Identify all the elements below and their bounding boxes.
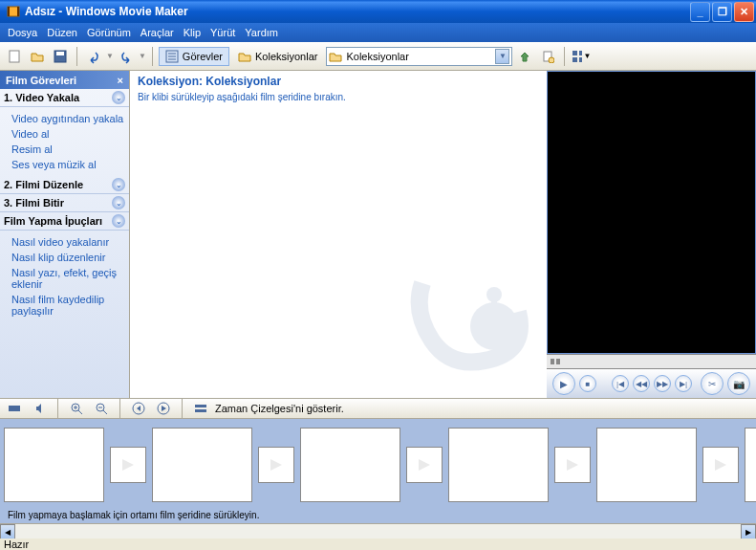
menu-gorunum[interactable]: Görünüm: [87, 27, 131, 38]
save-button[interactable]: [50, 46, 71, 67]
split-clip-button[interactable]: ✂: [701, 372, 724, 395]
narrate-button[interactable]: [29, 398, 50, 419]
storyboard-slot[interactable]: [152, 428, 252, 502]
timeline-toolbar: Zaman Çizelgesi'ni gösterir.: [0, 398, 756, 419]
main-area: Film Görevleri × 1. Video Yakala⌄ Video …: [0, 71, 756, 398]
tasks-close-icon[interactable]: ×: [118, 75, 123, 86]
next-button[interactable]: ▶|: [675, 375, 692, 392]
tips-links: Nasıl video yakalanır Nasıl klip düzenle…: [0, 231, 129, 322]
status-text: Hazır: [4, 539, 29, 550]
task-section-finish[interactable]: 3. Filmi Bitir⌄: [0, 194, 129, 212]
stop-button[interactable]: ■: [579, 375, 596, 392]
link-capture-device[interactable]: Video aygıtından yakala: [11, 111, 129, 126]
link-tip-capture[interactable]: Nasıl video yakalanır: [11, 234, 129, 250]
open-button[interactable]: [27, 46, 48, 67]
task-section-tips[interactable]: Film Yapma İpuçları⌄: [0, 212, 129, 231]
svg-line-27: [103, 410, 107, 414]
menu-duzen[interactable]: Düzen: [47, 27, 77, 38]
timeline-view-button[interactable]: [4, 398, 25, 419]
transition-slot[interactable]: [702, 447, 739, 483]
preview-splitter[interactable]: [547, 354, 756, 369]
collection-title: Koleksiyon: Koleksiyonlar: [130, 71, 547, 92]
task-section-edit[interactable]: 2. Filmi Düzenle⌄: [0, 176, 129, 194]
scroll-right-icon[interactable]: ▶: [741, 524, 756, 539]
svg-rect-13: [579, 51, 581, 55]
filmstrip-watermark-icon: [403, 254, 537, 388]
props-button[interactable]: [537, 46, 558, 67]
transition-slot[interactable]: [554, 447, 591, 483]
storyboard-slot[interactable]: [300, 428, 400, 502]
link-import-video[interactable]: Video al: [11, 126, 129, 142]
collection-dropdown[interactable]: Koleksiyonlar ▼: [326, 47, 512, 66]
storyboard[interactable]: [0, 419, 756, 510]
link-import-audio[interactable]: Ses veya müzik al: [11, 157, 129, 172]
menu-bar: Dosya Düzen Görünüm Araçlar Klip Yürüt Y…: [0, 23, 756, 42]
task-section-capture[interactable]: 1. Video Yakala⌄: [0, 89, 129, 107]
collections-toggle[interactable]: Koleksiyonlar: [231, 47, 324, 66]
play-button[interactable]: ▶: [552, 372, 575, 395]
scroll-left-icon[interactable]: ◀: [0, 524, 15, 539]
up-button[interactable]: [514, 46, 535, 67]
close-button[interactable]: ✕: [734, 2, 754, 22]
chevron-down-icon: ⌄: [112, 91, 125, 104]
storyboard-slot[interactable]: [745, 428, 756, 502]
zoom-in-button[interactable]: [66, 398, 87, 419]
play-timeline-button[interactable]: [153, 398, 174, 419]
svg-rect-15: [579, 57, 581, 62]
dropdown-arrow-icon: ▼: [495, 49, 509, 64]
tasks-title: Film Görevleri: [6, 75, 76, 86]
split-icon: [551, 357, 560, 366]
menu-klip[interactable]: Klip: [184, 27, 201, 38]
snapshot-button[interactable]: 📷: [727, 372, 750, 395]
chevron-down-icon: ⌄: [112, 196, 125, 209]
preview-pane: ▶ ■ |◀ ◀◀ ▶▶ ▶| ✂ 📷: [547, 71, 756, 398]
menu-araclar[interactable]: Araçlar: [140, 27, 174, 38]
menu-dosya[interactable]: Dosya: [8, 27, 37, 38]
minimize-button[interactable]: _: [690, 2, 710, 22]
folder-icon: [329, 50, 342, 63]
link-tip-save[interactable]: Nasıl film kaydedilip paylaşılır: [11, 292, 129, 319]
tasks-pane: Film Görevleri × 1. Video Yakala⌄ Video …: [0, 71, 129, 398]
link-tip-edit[interactable]: Nasıl klip düzenlenir: [11, 250, 129, 265]
forward-button[interactable]: ▶▶: [654, 375, 671, 392]
tasks-toggle[interactable]: Görevler: [159, 47, 229, 66]
storyboard-slot[interactable]: [596, 428, 697, 502]
toolbar: ▼ ▼ Görevler Koleksiyonlar Koleksiyonlar…: [0, 42, 756, 71]
collection-pane: Koleksiyon: Koleksiyonlar Bir klibi sürü…: [129, 71, 547, 398]
show-timeline-button[interactable]: [190, 398, 211, 419]
dropdown-value: Koleksiyonlar: [346, 51, 408, 62]
zoom-out-button[interactable]: [91, 398, 112, 419]
rewind-timeline-button[interactable]: [128, 398, 149, 419]
storyboard-slot[interactable]: [4, 428, 104, 502]
svg-rect-5: [56, 52, 64, 55]
scroll-track[interactable]: [15, 524, 741, 539]
svg-rect-14: [572, 57, 577, 62]
capture-links: Video aygıtından yakala Video al Resim a…: [0, 107, 129, 176]
menu-yardim[interactable]: Yardım: [245, 27, 278, 38]
svg-rect-20: [556, 359, 560, 364]
svg-rect-2: [17, 7, 19, 16]
link-import-picture[interactable]: Resim al: [11, 142, 129, 157]
transition-slot[interactable]: [258, 447, 294, 483]
tasks-label: Görevler: [183, 51, 223, 62]
redo-button[interactable]: [116, 46, 137, 67]
link-tip-effects[interactable]: Nasıl yazı, efekt, geçiş eklenir: [11, 265, 129, 292]
menu-yurut[interactable]: Yürüt: [210, 27, 235, 38]
app-icon: [6, 4, 21, 19]
new-button[interactable]: [4, 46, 25, 67]
storyboard-slot[interactable]: [448, 428, 549, 502]
transition-slot[interactable]: [406, 447, 443, 483]
window-title: Adsız - Windows Movie Maker: [25, 5, 688, 18]
storyboard-hint: Film yapmaya başlamak için ortamı film ş…: [0, 510, 756, 523]
maximize-button[interactable]: ❐: [712, 2, 732, 22]
horizontal-scrollbar[interactable]: ◀ ▶: [0, 523, 756, 539]
preview-screen: [548, 72, 755, 353]
svg-rect-3: [10, 51, 19, 62]
prev-button[interactable]: |◀: [612, 375, 629, 392]
folder-icon: [238, 50, 251, 63]
view-button[interactable]: ▼: [571, 46, 592, 67]
undo-button[interactable]: [83, 46, 104, 67]
svg-point-11: [549, 57, 554, 63]
transition-slot[interactable]: [110, 447, 146, 483]
rewind-button[interactable]: ◀◀: [633, 375, 650, 392]
